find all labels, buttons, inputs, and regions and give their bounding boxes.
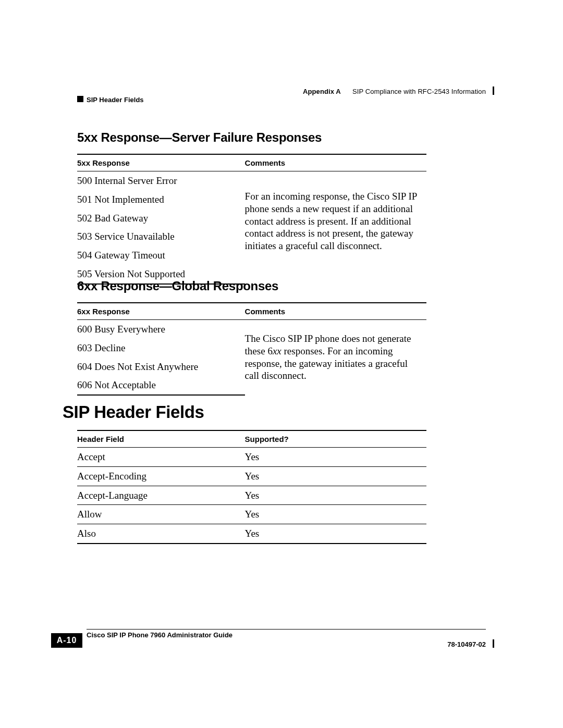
heading-header-fields: SIP Header Fields [63,402,427,422]
cell-hf-0-field: Accept [77,448,245,467]
cell-hf-0-sup: Yes [245,448,426,467]
cell-6xx-1: 603 Decline [77,339,245,357]
table-hf-wrap: Header Field Supported? Accept Yes Accep… [77,430,426,544]
table-row: 500 Internal Server Error For an incomin… [77,171,426,190]
cell-hf-3-sup: Yes [245,505,426,524]
th-hf-field: Header Field [77,430,245,448]
section-header-fields: SIP Header Fields [63,402,427,422]
running-head-title: SIP Compliance with RFC-2543 Information [352,88,486,95]
cell-hf-2-field: Accept-Language [77,486,245,505]
cell-hf-4-field: Also [77,524,245,544]
cell-hf-4-sup: Yes [245,524,426,544]
cell-6xx-2: 604 Does Not Exist Anywhere [77,357,245,376]
foot-rule [87,629,486,630]
cell-5xx-0: 500 Internal Server Error [77,171,245,190]
table-row: Accept-Language Yes [77,486,426,505]
running-head-appendix: Appendix A [303,88,341,95]
table-6xx: 6xx Response Comments 600 Busy Everywher… [77,302,426,396]
table-header-fields: Header Field Supported? Accept Yes Accep… [77,430,426,544]
cell-hf-1-field: Accept-Encoding [77,466,245,486]
table-5xx-wrap: 5xx Response Comments 500 Internal Serve… [77,154,426,285]
section-6xx: 6xx Response—Global Responses [77,279,426,293]
th-6xx-comments: Comments [245,303,426,320]
cell-6xx-comment: The Cisco SIP IP phone does not generate… [245,320,426,396]
running-head-line: Appendix A SIP Compliance with RFC-2543 … [303,88,486,95]
page: Appendix A SIP Compliance with RFC-2543 … [0,0,563,728]
foot-guide: Cisco SIP IP Phone 7960 Administrator Gu… [87,631,232,639]
table-row: Accept Yes [77,448,426,467]
th-hf-supported: Supported? [245,430,426,448]
page-number: A-10 [51,633,82,648]
cell-6xx-3: 606 Not Acceptable [77,376,245,395]
table-row: 600 Busy Everywhere The Cisco SIP IP pho… [77,320,426,339]
foot-docnum: 78-10497-02 [447,640,486,648]
running-head-section: SIP Header Fields [87,96,144,104]
cell-5xx-3: 503 Service Unavailable [77,227,245,246]
table-5xx: 5xx Response Comments 500 Internal Serve… [77,154,426,285]
table-row: Accept-Encoding Yes [77,466,426,486]
cell-5xx-comment: For an incoming response, the Cisco SIP … [245,171,426,284]
table-6xx-wrap: 6xx Response Comments 600 Busy Everywher… [77,302,426,396]
th-5xx-comments: Comments [245,154,426,171]
table-row: Allow Yes [77,505,426,524]
th-5xx-response: 5xx Response [77,154,245,171]
cell-5xx-4: 504 Gateway Timeout [77,246,245,265]
cell-5xx-1: 501 Not Implemented [77,190,245,209]
heading-6xx: 6xx Response—Global Responses [77,279,426,293]
table-row: Also Yes [77,524,426,544]
cell-hf-2-sup: Yes [245,486,426,505]
cell-hf-1-sup: Yes [245,466,426,486]
section-5xx: 5xx Response—Server Failure Responses [77,130,426,145]
heading-5xx: 5xx Response—Server Failure Responses [77,130,426,145]
head-bar-icon [493,87,494,95]
cell-hf-3-field: Allow [77,505,245,524]
foot-bar-icon [493,639,494,648]
head-square-icon [77,96,83,102]
th-6xx-response: 6xx Response [77,303,245,320]
cell-6xx-0: 600 Busy Everywhere [77,320,245,339]
cell-5xx-2: 502 Bad Gateway [77,209,245,228]
